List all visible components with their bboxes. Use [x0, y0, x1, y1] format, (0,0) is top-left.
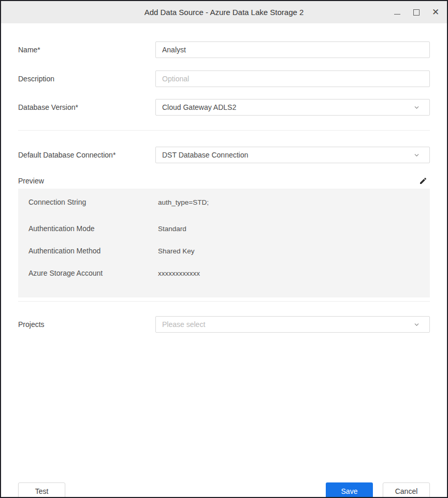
projects-placeholder: Please select [162, 320, 413, 329]
preview-header: Preview [18, 175, 430, 187]
minimize-button[interactable] [393, 8, 401, 17]
projects-select[interactable]: Please select [155, 316, 430, 333]
projects-label: Projects [18, 320, 155, 329]
maximize-button[interactable] [412, 8, 421, 17]
add-data-source-dialog: Add Data Source - Azure Data Lake Storag… [0, 0, 448, 498]
edit-preview-button[interactable] [417, 175, 429, 187]
close-button[interactable]: ✕ [431, 8, 440, 17]
preview-row-auth-method: Authentication Method Shared Key [28, 245, 430, 257]
database-version-row: Database Version* Cloud Gateway ADLS2 [18, 99, 430, 116]
dialog-title: Add Data Source - Azure Data Lake Storag… [144, 8, 304, 17]
preview-row-value: auth_type=STD; [158, 198, 209, 206]
maximize-icon [413, 9, 420, 16]
preview-row-label: Azure Storage Account [28, 269, 158, 277]
default-connection-label: Default Database Connection* [18, 151, 155, 159]
dialog-content: Name* Description Database Version* Clou… [1, 41, 447, 498]
database-version-select[interactable]: Cloud Gateway ADLS2 [155, 99, 430, 116]
name-row: Name* [18, 41, 430, 58]
preview-row-label: Authentication Mode [28, 224, 158, 233]
description-row: Description [18, 70, 430, 87]
preview-row-storage-account: Azure Storage Account xxxxxxxxxxxx [28, 267, 430, 279]
name-label: Name* [18, 46, 155, 54]
default-connection-value: DST Database Connection [162, 151, 413, 159]
chevron-down-icon [413, 321, 420, 328]
preview-row-value: xxxxxxxxxxxx [158, 269, 200, 277]
dialog-footer: Test Save Cancel [18, 482, 430, 498]
close-icon: ✕ [432, 8, 439, 17]
description-label: Description [18, 75, 155, 83]
pencil-edit-icon [419, 177, 427, 185]
preview-row-label: Connection String [28, 198, 158, 206]
preview-row-label: Authentication Method [28, 247, 158, 255]
preview-label: Preview [18, 177, 44, 185]
chevron-down-icon [413, 104, 420, 111]
description-input[interactable] [155, 70, 430, 87]
test-button[interactable]: Test [18, 482, 65, 498]
preview-box: Connection String auth_type=STD; Authent… [18, 189, 430, 297]
database-version-value: Cloud Gateway ADLS2 [162, 103, 413, 111]
save-button[interactable]: Save [326, 482, 373, 498]
preview-row-connection-string: Connection String auth_type=STD; [28, 196, 430, 208]
name-input[interactable] [155, 41, 430, 58]
preview-row-auth-mode: Authentication Mode Standard [28, 222, 430, 235]
preview-row-value: Standard [158, 225, 186, 233]
cancel-button[interactable]: Cancel [383, 482, 430, 498]
minimize-icon [394, 14, 400, 15]
section-divider [18, 130, 430, 131]
dialog-titlebar: Add Data Source - Azure Data Lake Storag… [1, 1, 447, 23]
chevron-down-icon [413, 152, 420, 159]
default-connection-row: Default Database Connection* DST Databas… [18, 147, 430, 163]
default-connection-select[interactable]: DST Database Connection [155, 147, 430, 163]
database-version-label: Database Version* [18, 103, 155, 111]
projects-row: Projects Please select [18, 316, 430, 333]
window-controls: ✕ [393, 1, 440, 23]
preview-row-value: Shared Key [158, 247, 195, 255]
section-divider [18, 301, 430, 302]
